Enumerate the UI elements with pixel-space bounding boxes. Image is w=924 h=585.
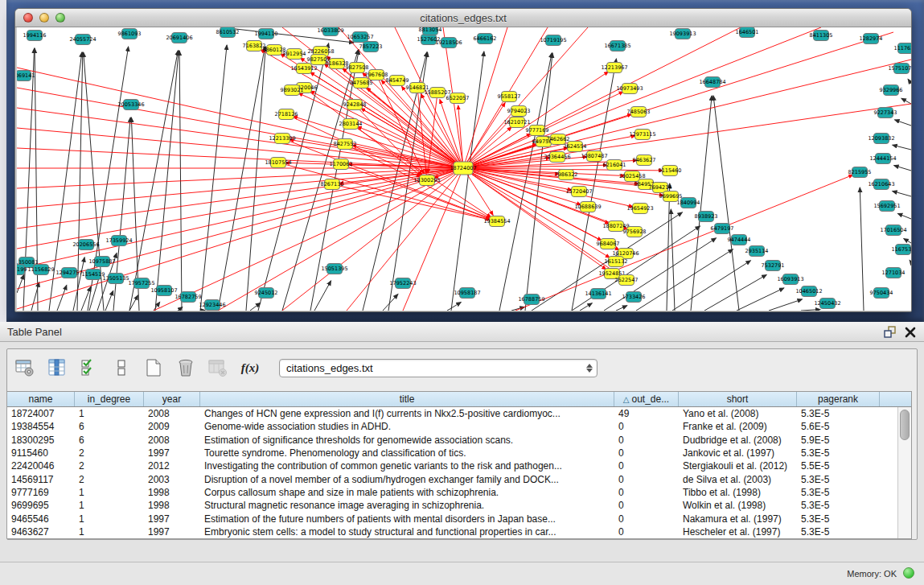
table-panel-titlebar[interactable]: Table Panel	[0, 322, 924, 342]
graph-node-label: 8267130	[321, 181, 344, 187]
table-row[interactable]: 946362711997Embryonic stem cells: a mode…	[7, 525, 897, 538]
table-scrollbar[interactable]	[897, 407, 911, 538]
cell-in_degree: 1	[75, 500, 144, 511]
red-edge	[17, 168, 463, 249]
black-edge	[893, 145, 911, 150]
cell-out_degree: 0	[614, 513, 679, 525]
graph-node-label: 1840994	[677, 200, 700, 206]
graph-node-label: 15720407	[565, 188, 592, 195]
graph-node-label: 12213399	[269, 135, 295, 142]
scrollbar-thumb[interactable]	[900, 410, 910, 440]
graph-node-label: 9474444	[728, 237, 751, 243]
red-edge	[17, 88, 463, 168]
graph-node-label: 9893021	[281, 87, 304, 93]
select-all-button[interactable]	[78, 356, 101, 379]
graph-node-label: 9756928	[623, 229, 647, 235]
column-header-year[interactable]: year	[144, 392, 200, 406]
cell-year: 1998	[144, 487, 200, 498]
black-edge	[672, 261, 750, 311]
graph-node-label: 16782759	[175, 294, 201, 300]
graph-node-label: 15751074	[888, 65, 911, 72]
close-panel-icon[interactable]	[905, 327, 916, 338]
column-header-title[interactable]: title	[200, 392, 614, 406]
cell-name: 18724007	[7, 408, 75, 419]
graph-node-label: 9245012	[255, 290, 278, 296]
graph-node-label: 1154519	[82, 271, 105, 278]
graph-node-label: 2803144	[339, 121, 363, 127]
network-window: citations_edges.txt 18724007199411624055…	[14, 8, 912, 312]
graph-node-label: 12213967	[601, 64, 627, 71]
graph-node-label: 2935114	[745, 248, 769, 254]
black-edge	[246, 47, 265, 311]
graph-node-label: 18724007	[450, 165, 476, 171]
table-select-dropdown[interactable]: citations_edges.txt	[279, 359, 598, 377]
table-row[interactable]: 1872400712008Changes of HCN gene express…	[7, 407, 897, 420]
node-table: namein_degreeyeartitle△out_de...shortpag…	[7, 391, 912, 539]
graph-node-label: 9227343	[874, 109, 897, 116]
cell-short: Tibbo et al. (1998)	[679, 487, 797, 498]
table-row[interactable]: 977716911998Corpus callosum shape and si…	[7, 486, 897, 499]
cell-name: 9115460	[7, 447, 75, 459]
table-row[interactable]: 1830029562008Estimation of significance …	[7, 434, 897, 447]
graph-node-label: 8912954	[283, 51, 306, 57]
column-header-name[interactable]: name	[7, 392, 75, 406]
cell-pagerank: 5.3E-5	[797, 447, 880, 459]
table-row[interactable]: 1938455462009Genome-wide association stu…	[7, 420, 897, 433]
graph-node-label: 2967608	[365, 72, 388, 78]
deselect-all-button[interactable]	[110, 356, 133, 379]
graph-node-label: 6466162	[474, 35, 497, 42]
cell-pagerank: 5.3E-5	[797, 526, 880, 538]
black-edge	[447, 303, 461, 311]
cell-title: Estimation of significance thresholds fo…	[200, 435, 614, 446]
memory-status-label: Memory: OK	[847, 569, 897, 579]
app-window: citations_edges.txt 18724007199411624055…	[0, 0, 924, 585]
graph-node-label: 2522547	[615, 277, 639, 283]
graph-node-label: 10958187	[454, 290, 480, 296]
table-settings-button[interactable]	[14, 356, 36, 379]
graph-node-label: 6522057	[446, 95, 470, 101]
memory-status-icon[interactable]	[903, 567, 914, 579]
red-edge	[17, 168, 463, 269]
cell-in_degree: 1	[75, 526, 144, 538]
graph-node-label: 17359924	[105, 237, 132, 244]
graph-node-label: 16543912	[290, 65, 317, 72]
black-edge	[897, 213, 911, 219]
graph-node-label: 15051395	[321, 266, 347, 272]
cell-pagerank: 5.3E-5	[797, 500, 880, 511]
graph-node-label: 12444154	[869, 155, 896, 162]
graph-node-label: 24055724	[69, 36, 96, 43]
network-graph[interactable]: 1872400719941162405572498610932069140686…	[17, 27, 911, 311]
graph-node-label: 7986322	[555, 171, 578, 178]
table-row[interactable]: 946554611997Estimation of the future num…	[7, 512, 897, 525]
red-edge	[463, 168, 493, 215]
graph-node-label: 9827508	[346, 64, 369, 71]
float-panel-icon[interactable]	[883, 325, 897, 339]
new-table-button[interactable]	[142, 356, 165, 379]
table-row[interactable]: 969969511998Structural magnetic resonanc…	[7, 499, 897, 512]
black-edge	[893, 191, 911, 196]
column-header-outde[interactable]: △out_de...	[614, 392, 679, 406]
graph-node-label: 10465012	[795, 288, 822, 295]
cell-in_degree: 6	[75, 435, 144, 446]
function-builder-button[interactable]: f(x)	[239, 356, 261, 379]
graph-node-label: 7694214	[649, 184, 672, 191]
black-edge	[451, 51, 484, 311]
table-row[interactable]: 911546021997Tourette syndrome. Phenomeno…	[7, 447, 897, 459]
graph-node-label: 8215955	[848, 169, 872, 175]
graph-node-label: 20691406	[166, 35, 192, 41]
table-row[interactable]: 2242004622012Investigating the contribut…	[7, 459, 897, 472]
graph-node-label: 9242848	[343, 101, 367, 108]
delete-trash-button[interactable]	[175, 356, 197, 379]
black-edge	[910, 260, 911, 262]
cell-out_degree: 0	[614, 435, 679, 446]
column-header-pagerank[interactable]: pagerank	[797, 392, 880, 406]
column-header-short[interactable]: short	[679, 392, 797, 406]
red-edge	[463, 168, 610, 257]
window-titlebar[interactable]: citations_edges.txt	[15, 9, 911, 27]
show-columns-button[interactable]	[46, 356, 68, 379]
graph-node-label: 9329966	[880, 87, 903, 93]
network-canvas[interactable]: 1872400719941162405572498610932069140686…	[17, 27, 911, 311]
column-header-indegree[interactable]: in_degree	[75, 392, 144, 406]
table-row[interactable]: 1456911722003Disruption of a novel membe…	[7, 472, 897, 485]
table-header-row[interactable]: namein_degreeyeartitle△out_de...shortpag…	[7, 392, 911, 407]
